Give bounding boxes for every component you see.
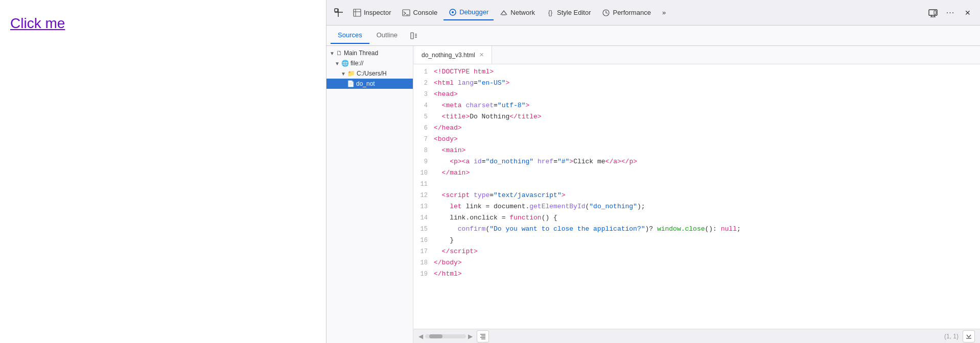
responsive-design-button[interactable] [925, 5, 941, 21]
code-line-10: 10 </main> [413, 167, 980, 179]
inspector-tab[interactable]: Inspector [348, 6, 396, 20]
file-tab-close[interactable]: ✕ [478, 51, 485, 59]
debugger-tab[interactable]: Debugger [444, 5, 494, 20]
code-line-6: 6 </head> [413, 122, 980, 134]
responsive-icon [928, 8, 938, 17]
scroll-track[interactable] [425, 334, 466, 338]
horizontal-scrollbar[interactable]: ◀ ▶ [418, 333, 473, 340]
console-tab[interactable]: Console [397, 6, 442, 20]
code-line-3: 3 <head> [413, 89, 980, 100]
line-content-4: <meta charset="utf-8"> [434, 100, 980, 111]
line-num-11: 11 [413, 179, 434, 190]
main-thread-item[interactable]: ▼ 🗋 Main Thread [326, 48, 413, 58]
line-content-18: </body> [434, 257, 980, 268]
code-line-18: 18 </body> [413, 257, 980, 268]
pick-icon [334, 8, 343, 17]
code-line-15: 15 confirm("Do you want to close the app… [413, 224, 980, 235]
code-line-13: 13 let link = document.getElementById("d… [413, 201, 980, 212]
sources-subtab[interactable]: Sources [331, 27, 369, 44]
line-content-2: <html lang="en-US"> [434, 78, 980, 89]
line-num-2: 2 [413, 78, 434, 89]
devtools-panel: Inspector Console Debugger [326, 0, 980, 343]
code-editor: do_nothing_v3.html ✕ 1 <!DOCTYPE html> 2… [413, 46, 980, 343]
line-content-5: <title>Do Nothing</title> [434, 111, 980, 122]
line-num-12: 12 [413, 190, 434, 201]
inspector-icon [353, 9, 361, 17]
code-line-16: 16 } [413, 235, 980, 246]
line-num-13: 13 [413, 201, 434, 212]
pretty-print-icon [479, 333, 486, 340]
code-line-11: 11 [413, 179, 980, 190]
svg-rect-3 [354, 9, 361, 16]
folder-icon: 🗋 [336, 50, 342, 57]
more-tools-button[interactable]: » [657, 6, 671, 19]
code-line-14: 14 link.onclick = function() { [413, 212, 980, 224]
performance-icon [602, 9, 610, 17]
statusbar-left: ◀ ▶ [418, 330, 489, 342]
line-num-7: 7 [413, 134, 434, 145]
line-num-16: 16 [413, 235, 434, 246]
svg-rect-0 [335, 9, 338, 12]
collapse-sources-button[interactable] [407, 29, 421, 43]
devtools-subtabs: Sources Outline [326, 26, 980, 46]
code-line-8: 8 <main> [413, 145, 980, 156]
line-content-7: <body> [434, 134, 980, 145]
console-icon [402, 9, 410, 17]
folder-arrow: ▼ [341, 71, 346, 77]
folder-label: C:/Users/H [357, 70, 387, 77]
style-editor-icon: {} [546, 9, 554, 17]
pretty-print-button[interactable] [477, 330, 489, 342]
close-devtools-button[interactable]: ✕ [960, 5, 976, 21]
scroll-left-arrow[interactable]: ◀ [418, 333, 423, 340]
file-url-item[interactable]: ▼ 🌐 file:// [326, 58, 413, 68]
devtools-toolbar: Inspector Console Debugger [326, 0, 980, 26]
code-line-19: 19 </html> [413, 268, 980, 280]
network-tab[interactable]: Network [495, 6, 540, 20]
page-content: Click me [0, 0, 326, 343]
file-tab-do-nothing[interactable]: do_nothing_v3.html ✕ [415, 46, 492, 64]
scroll-right-arrow[interactable]: ▶ [468, 333, 473, 340]
code-statusbar: ◀ ▶ (1, 1) [413, 329, 980, 343]
line-content-13: let link = document.getElementById("do_n… [434, 201, 980, 212]
line-content-8: <main> [434, 145, 980, 156]
line-content-1: <!DOCTYPE html> [434, 66, 980, 78]
file-label: do_not [356, 80, 375, 87]
line-num-19: 19 [413, 268, 434, 280]
line-content-16: } [434, 235, 980, 246]
globe-icon: 🌐 [341, 60, 349, 67]
devtools-content: ▼ 🗋 Main Thread ▼ 🌐 file:// ▼ 📁 C:/Users… [326, 46, 980, 343]
pick-element-button[interactable] [331, 5, 347, 21]
cursor-position: (1, 1) [944, 333, 959, 340]
folder-dir-icon: 📁 [347, 70, 355, 77]
svg-rect-17 [411, 33, 413, 39]
code-content[interactable]: 1 <!DOCTYPE html> 2 <html lang="en-US"> … [413, 64, 980, 329]
code-line-9: 9 <p><a id="do_nothing" href="#">Click m… [413, 156, 980, 167]
line-content-3: <head> [434, 89, 980, 100]
performance-tab[interactable]: Performance [597, 6, 656, 20]
svg-rect-16 [934, 11, 936, 14]
outline-subtab[interactable]: Outline [369, 27, 405, 44]
file-url-arrow: ▼ [335, 61, 340, 66]
scroll-bottom-icon [965, 333, 972, 340]
svg-point-9 [452, 11, 454, 13]
line-num-5: 5 [413, 111, 434, 122]
file-icon: 📄 [347, 80, 355, 87]
line-num-3: 3 [413, 89, 434, 100]
line-content-19: </html> [434, 268, 980, 280]
line-content-15: confirm("Do you want to close the applic… [434, 224, 980, 235]
scroll-to-bottom-button[interactable] [963, 330, 975, 342]
click-me-link[interactable]: Click me [10, 15, 65, 31]
main-thread-label: Main Thread [344, 50, 378, 57]
code-line-2: 2 <html lang="en-US"> [413, 78, 980, 89]
collapse-icon [410, 32, 417, 39]
line-content-12: <script type="text/javascript"> [434, 190, 980, 201]
style-editor-tab[interactable]: {} Style Editor [541, 6, 596, 20]
file-item[interactable]: 📄 do_not [326, 79, 413, 89]
line-content-14: link.onclick = function() { [434, 212, 980, 224]
code-line-4: 4 <meta charset="utf-8"> [413, 100, 980, 111]
folder-item[interactable]: ▼ 📁 C:/Users/H [326, 68, 413, 79]
line-content-9: <p><a id="do_nothing" href="#">Click me<… [434, 156, 980, 167]
main-thread-arrow: ▼ [330, 51, 335, 56]
options-button[interactable]: ··· [942, 5, 959, 21]
line-num-8: 8 [413, 145, 434, 156]
